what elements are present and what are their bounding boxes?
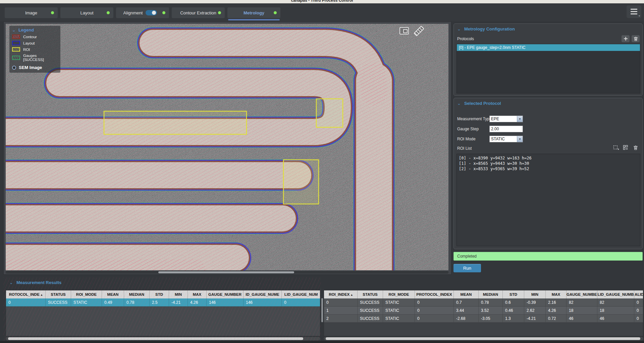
table-row[interactable]: 2SUCCESSSTATIC0-2.68-3.051.3-4.210.72464… (324, 315, 643, 323)
table-cell: 46 (567, 315, 597, 322)
table-row[interactable]: 0SUCCESSSTATIC0.490.782.5-4.214.26146146… (6, 298, 320, 306)
alignment-toggle[interactable] (146, 10, 157, 15)
metrology-configuration-group: ⌄Metrology Configuration Protocols [0] -… (453, 23, 643, 96)
legend-item-roi[interactable]: ROI (12, 47, 58, 52)
table-row[interactable]: 1SUCCESSSTATIC03.443.520.462.624.2618180 (324, 306, 643, 315)
sort-indicator-icon: ▴ (351, 293, 353, 296)
window-titlebar: canapas - Third Process Control (0, 0, 644, 3)
table-cell: -3.05 (479, 315, 503, 322)
legend-item-layout[interactable]: Layout (12, 41, 58, 45)
table-cell: SUCCESS (358, 315, 383, 322)
measurement-type-select[interactable]: EPE ▼ (489, 116, 523, 122)
protocol-list[interactable]: [0] - EPE gauge_step=2.0nm STATIC (457, 44, 640, 93)
column-header-mean[interactable]: MEAN (102, 290, 124, 298)
collapse-chevron-icon[interactable]: ⌄ (457, 101, 461, 106)
column-header-roi-mode[interactable]: ROI_MODE (383, 290, 415, 298)
table-cell: 3.44 (454, 306, 479, 314)
viewport-tools (399, 27, 424, 35)
tab-image[interactable]: Image (5, 7, 58, 18)
delete-protocol-button[interactable] (632, 35, 640, 42)
column-header-gauge-number[interactable]: GAUGE_NUMBER (207, 290, 244, 298)
fit-view-icon[interactable] (399, 27, 409, 35)
legend-item-contour[interactable]: Contour (12, 35, 58, 39)
selected-protocol-title: Selected Protocol (464, 101, 501, 106)
column-header-min[interactable]: MIN (169, 290, 188, 298)
table-row[interactable]: 0SUCCESSSTATIC00.70.780.6-0.392.1682820 (324, 298, 643, 306)
protocol-table-scrollbar[interactable] (6, 337, 320, 340)
measurement-type-label: Measurement Type (457, 117, 492, 121)
roi-list-item[interactable]: [0] - x=8390 y=9432 w=163 h=26 (457, 154, 640, 161)
column-header-min[interactable]: MIN (524, 290, 546, 298)
roi-list[interactable]: [0] - x=8390 y=9432 w=163 h=26[1] - x=85… (457, 154, 640, 246)
roi-list-item[interactable]: [2] - x=8533 y=9365 w=39 h=52 (457, 166, 640, 172)
table-cell: STATIC (71, 298, 102, 306)
table-cell: STATIC (383, 315, 415, 322)
tab-label: Image (25, 10, 37, 15)
column-header-protocol-index[interactable]: PROTOCOL_INDEX (415, 290, 454, 298)
roi-box-0[interactable] (104, 111, 247, 134)
scrollbar-thumb[interactable] (8, 337, 303, 340)
tab-label: Metrology (244, 10, 264, 15)
column-header-max[interactable]: MAX (546, 290, 567, 298)
table-cell: 0 (415, 298, 454, 306)
tab-layout[interactable]: Layout (60, 7, 113, 18)
dropdown-arrow-icon: ▼ (517, 136, 523, 142)
column-header-lid-gauge-numb[interactable]: LID_GAUGE_NUMB (597, 290, 634, 298)
table-cell: 4.26 (546, 306, 567, 314)
table-cell: 0.49 (102, 298, 124, 306)
status-dot (274, 11, 277, 14)
tab-alignment[interactable]: Alignment (116, 7, 169, 18)
roi-table-scrollbar[interactable] (324, 337, 643, 340)
scrollbar-thumb[interactable] (158, 271, 294, 273)
column-header-mean[interactable]: MEAN (454, 290, 479, 298)
delete-roi-icon[interactable] (632, 144, 639, 151)
gauge-step-input[interactable] (489, 126, 523, 132)
protocol-results-table: ROTOCOL_INDE▴STATUSROI_MODEMEANMEDIANSTD… (6, 290, 320, 336)
column-header-alid[interactable]: ALID (634, 290, 643, 298)
radio-icon[interactable] (12, 66, 16, 70)
sem-image-radio-row[interactable]: SEM Image (12, 65, 58, 70)
column-header-rotocol-inde[interactable]: ROTOCOL_INDE▴ (6, 290, 46, 298)
add-roi-icon[interactable] (613, 144, 620, 151)
roi-box-2[interactable] (283, 160, 319, 204)
scrollbar-thumb[interactable] (326, 337, 640, 340)
roi-table-vertical-scrollbar[interactable] (321, 298, 323, 322)
column-header-max[interactable]: MAX (188, 290, 207, 298)
add-roi-grid-icon[interactable] (623, 144, 629, 151)
tab-contour-extraction[interactable]: Contour Extraction (172, 7, 225, 18)
protocol-item[interactable]: [0] - EPE gauge_step=2.0nm STATIC (457, 44, 640, 51)
table-cell: STATIC (383, 306, 415, 314)
column-header-lid-gauge-num[interactable]: LID_GAUGE_NUM (282, 290, 320, 298)
legend-title: Legend (18, 27, 34, 32)
column-header-roi-index[interactable]: ROI_INDEX▴ (324, 290, 358, 298)
metrology-configuration-title: Metrology Configuration (464, 26, 515, 31)
viewport-horizontal-scrollbar[interactable] (6, 271, 448, 274)
hamburger-menu-button[interactable]: ▾ (627, 5, 641, 18)
collapse-chevron-icon[interactable]: ⌄ (457, 26, 461, 31)
roi-box-1[interactable] (316, 99, 343, 127)
legend-item-label: Gauges [SUCCESS] (23, 54, 58, 62)
column-header-status[interactable]: STATUS (46, 290, 71, 298)
table-cell: 0 (634, 306, 643, 314)
run-button[interactable]: Run (453, 264, 481, 272)
column-header-std[interactable]: STD (503, 290, 524, 298)
roi-mode-select[interactable]: STATIC ▼ (489, 136, 523, 142)
table-cell: 0.7 (454, 298, 479, 306)
column-header-roi-mode[interactable]: ROI_MODE (71, 290, 102, 298)
add-protocol-button[interactable] (622, 35, 630, 42)
collapse-chevron-icon[interactable]: ⌄ (9, 280, 13, 285)
legend-item-gauges-success[interactable]: Gauges [SUCCESS] (12, 54, 58, 62)
tab-metrology[interactable]: Metrology (227, 7, 280, 18)
column-header-std[interactable]: STD (150, 290, 169, 298)
column-header-id-gauge-nume[interactable]: ID_GAUGE_NUME (244, 290, 282, 298)
legend-item-label: Layout (23, 41, 35, 45)
status-text: Completed (454, 252, 642, 260)
legend-collapse-chevron-icon[interactable]: ⌄ (12, 27, 16, 32)
column-header-median[interactable]: MEDIAN (479, 290, 503, 298)
roi-list-item[interactable]: [1] - x=8565 y=9443 w=30 h=30 (457, 161, 640, 166)
sem-image-canvas[interactable] (6, 24, 448, 270)
table-cell: 0.78 (479, 298, 503, 306)
column-header-status[interactable]: STATUS (358, 290, 383, 298)
column-header-gauge-number[interactable]: GAUGE_NUMBER (567, 290, 597, 298)
column-header-median[interactable]: MEDIAN (124, 290, 150, 298)
